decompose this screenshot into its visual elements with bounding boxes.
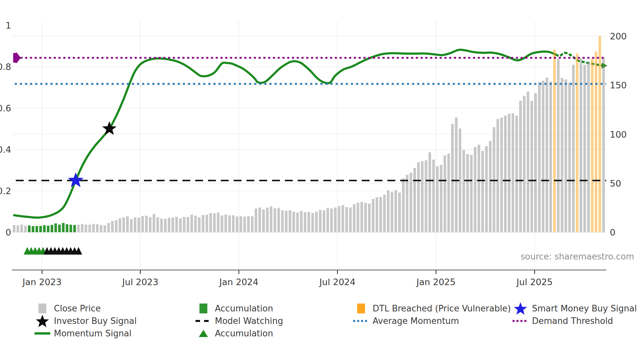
close-price-bar (138, 217, 140, 232)
legend-label: DTL Breached (Price Vulnerable) (371, 304, 511, 313)
close-price-bar (436, 166, 439, 232)
close-price-bar (413, 168, 416, 232)
accumulation-bar (55, 223, 57, 232)
close-price-bar (323, 210, 325, 232)
close-price-bar (107, 223, 110, 232)
close-price-bar (100, 225, 103, 232)
legend-column-3: DTL Breached (Price Vulnerable) Average … (352, 302, 511, 327)
accumulation-bar (66, 224, 68, 232)
close-price-bar (360, 202, 363, 232)
close-price-bar (395, 191, 397, 232)
close-price-bar (330, 209, 333, 232)
legend-column-1: Close Price Investor Buy Signal Momentum… (33, 302, 137, 340)
source-note: source: sharemaestro.com (520, 252, 634, 261)
accumulation-bar (62, 223, 65, 232)
close-price-bar (519, 101, 522, 232)
close-price-bar (474, 147, 476, 232)
dtl-breached-bar (595, 52, 597, 232)
accumulation-bar (51, 225, 53, 232)
close-price-bar (398, 192, 401, 232)
close-price-bar (160, 219, 163, 232)
close-price-bar (292, 212, 295, 232)
legend-item-close-price: Close Price (33, 302, 137, 315)
x-tick-label: Jan 2025 (416, 277, 456, 287)
close-price-bar (504, 116, 507, 232)
close-price-bar (345, 207, 348, 232)
close-price-bar (240, 216, 242, 232)
close-price-bar (493, 127, 495, 232)
x-tick-label: Jul 2025 (516, 277, 553, 287)
accumulation-bar (43, 225, 46, 232)
close-price-bar (549, 81, 552, 232)
x-tick-label: Jan 2024 (219, 277, 259, 287)
close-price-bar (187, 217, 189, 232)
close-price-bar (391, 192, 393, 232)
legend-column-2: Accumulation Model Watching Accumulation (194, 302, 283, 340)
close-price-bar (96, 224, 99, 232)
close-price-bar (141, 216, 144, 232)
close-price-bar (274, 208, 276, 232)
close-price-bar (221, 215, 223, 232)
close-price-bar (145, 216, 148, 232)
y-right-tick-label: 200 (610, 31, 627, 41)
close-price-bar (357, 203, 359, 232)
legend-item-smart-money-buy: Smart Money Buy Signal (511, 302, 637, 315)
close-price-bar (383, 195, 386, 232)
close-price-bar (92, 224, 95, 232)
close-price-bar (432, 160, 435, 232)
close-price-bar (319, 210, 322, 232)
green-square-icon (194, 303, 213, 314)
legend: Close Price Investor Buy Signal Momentum… (0, 302, 644, 348)
legend-item-demand-threshold: Demand Threshold (511, 315, 637, 327)
legend-item-model-watching: Model Watching (194, 315, 283, 327)
x-tick-label: Jul 2023 (122, 277, 158, 287)
legend-label: Close Price (52, 304, 101, 313)
accumulation-bar (73, 225, 76, 232)
close-price-bar (308, 212, 310, 232)
close-price-bar (198, 217, 201, 232)
close-price-bar (561, 78, 564, 232)
accumulation-bar (58, 225, 61, 232)
close-price-bar (417, 162, 420, 232)
close-price-bar (602, 58, 605, 232)
close-price-bar (516, 116, 518, 232)
close-price-bar (311, 213, 314, 232)
close-price-bar (481, 151, 484, 232)
y-left-tick-label: 0.8 (0, 62, 11, 72)
close-price-bar (300, 211, 303, 232)
close-price-bar (421, 161, 424, 232)
orange-square-icon (352, 303, 371, 314)
accumulation-bar (39, 226, 42, 232)
accumulation-bar (32, 226, 34, 232)
close-price-bar (387, 191, 390, 232)
accumulation-bar (70, 225, 72, 232)
close-price-bar (179, 218, 182, 232)
close-price-bar (175, 217, 178, 232)
y-left-tick-label: 0 (6, 227, 11, 238)
close-price-bar (546, 78, 548, 232)
legend-label: Model Watching (213, 316, 283, 326)
close-price-bar (296, 213, 299, 232)
close-price-bar (228, 215, 231, 232)
close-price-bar (470, 155, 473, 232)
close-price-bar (13, 225, 15, 232)
close-price-bar (508, 114, 511, 232)
close-price-bar (455, 118, 458, 232)
dtl-breached-bar (576, 54, 579, 232)
close-price-bar (24, 226, 27, 232)
black-dashed-line-icon (194, 319, 213, 323)
close-price-bar (353, 204, 356, 232)
accumulation-bar (47, 226, 50, 232)
close-price-bar (126, 216, 129, 232)
close-price-bar (194, 216, 197, 232)
close-price-bar (289, 210, 291, 232)
close-price-bar (564, 79, 567, 232)
close-price-bar (466, 154, 469, 232)
close-price-bar (406, 175, 408, 232)
close-price-bar (587, 61, 590, 232)
close-price-bar (255, 209, 257, 232)
y-left-tick-label: 1 (6, 20, 11, 31)
close-price-bar (315, 212, 318, 232)
close-price-bar (183, 217, 186, 232)
close-price-bar (224, 215, 227, 232)
